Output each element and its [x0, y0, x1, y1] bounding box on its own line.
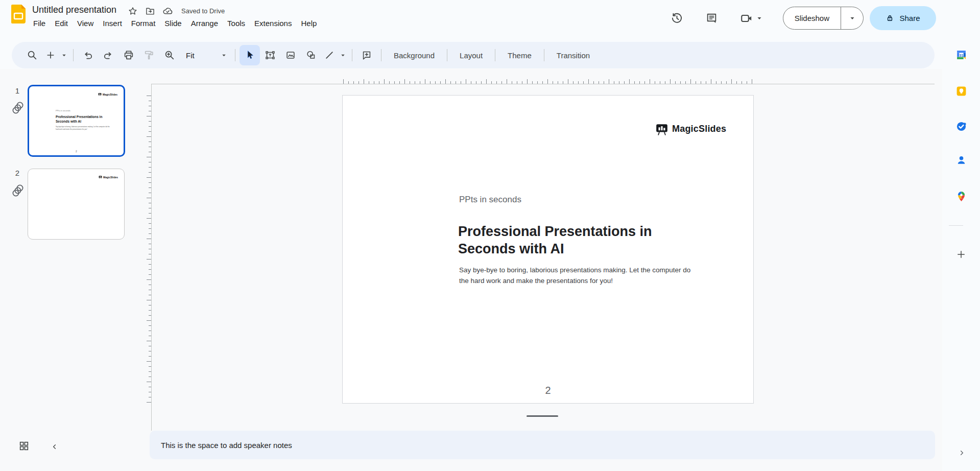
canvas-left-border — [151, 84, 152, 431]
speaker-notes-text: This is the space to add speaker notes — [161, 441, 292, 450]
layout-button[interactable]: Layout — [451, 45, 491, 65]
lock-icon — [886, 14, 894, 22]
slide-title-text[interactable]: Professional Presentations in Seconds wi… — [458, 223, 703, 258]
magicslides-logo-icon — [655, 122, 668, 135]
insert-shape-button[interactable] — [301, 45, 321, 65]
slide-thumbnail-2[interactable]: MagicSlides — [28, 169, 125, 240]
slide-body-text[interactable]: Say bye-bye to boring, laborious present… — [459, 265, 695, 287]
print-button[interactable] — [118, 45, 139, 65]
menu-edit[interactable]: Edit — [50, 17, 73, 29]
toolbar-separator — [69, 49, 78, 61]
google-calendar-icon[interactable]: 31 — [955, 49, 967, 60]
grid-view-button[interactable] — [15, 437, 33, 455]
saved-status[interactable]: Saved to Drive — [181, 7, 225, 15]
zoom-caret-icon — [221, 53, 227, 58]
get-add-ons-button[interactable] — [955, 248, 967, 261]
menu-extensions[interactable]: Extensions — [250, 17, 296, 29]
toolbar-separator — [540, 49, 548, 61]
thumbnail-page-number: 2 — [29, 150, 124, 153]
side-panel-divider — [949, 225, 963, 226]
menu-tools[interactable]: Tools — [223, 17, 250, 29]
move-to-folder-icon[interactable] — [145, 6, 155, 16]
search-menus-icon[interactable] — [22, 45, 42, 65]
google-keep-icon[interactable] — [955, 85, 967, 97]
vertical-ruler-minor-ticks — [149, 96, 151, 404]
thumbnail-title: Professional Presentations in Seconds wi… — [56, 115, 117, 124]
version-history-icon[interactable] — [671, 12, 684, 25]
line-options-caret-icon[interactable] — [338, 53, 348, 58]
toolbar-separator — [491, 49, 499, 61]
slide-1-number: 1 — [9, 86, 26, 95]
star-icon[interactable] — [128, 6, 138, 16]
toolbar: Fit — [12, 42, 935, 68]
horizontal-ruler-minor-ticks — [343, 81, 754, 84]
toolbar-separator — [377, 49, 386, 61]
redo-button[interactable] — [98, 45, 118, 65]
new-slide-caret-icon[interactable] — [59, 53, 69, 58]
svg-text:31: 31 — [959, 53, 963, 57]
menu-view[interactable]: View — [73, 17, 98, 29]
notes-resize-handle[interactable] — [527, 415, 558, 417]
meet-options-caret-icon[interactable] — [756, 15, 762, 21]
collapse-filmstrip-button[interactable] — [47, 439, 61, 454]
slide-2-number: 2 — [9, 169, 26, 177]
cloud-saved-icon[interactable] — [162, 6, 173, 16]
menu-help[interactable]: Help — [296, 17, 321, 29]
zoom-in-icon[interactable] — [159, 45, 180, 65]
menu-slide[interactable]: Slide — [160, 17, 186, 29]
background-button[interactable]: Background — [386, 45, 443, 65]
show-side-panel-button[interactable] — [957, 448, 967, 458]
google-contacts-icon[interactable] — [955, 154, 967, 166]
new-slide-button[interactable] — [42, 45, 59, 65]
text-box-tool-button[interactable] — [260, 45, 280, 65]
menu-bar: File Edit View Insert Format Slide Arran… — [29, 17, 321, 29]
slideshow-options-button[interactable] — [841, 7, 863, 29]
comments-icon[interactable] — [705, 12, 719, 25]
slide-page-number: 2 — [343, 385, 753, 396]
slide-brand-text: MagicSlides — [672, 124, 726, 134]
side-panel-rail: 31 — [942, 0, 980, 471]
thumbnail-brand-logo: MagicSlides — [98, 92, 117, 96]
toolbar-separator — [231, 49, 240, 61]
zoom-value: Fit — [186, 51, 195, 60]
toolbar-separator — [348, 49, 356, 61]
thumbnail-body: Say bye-bye to boring, laborious present… — [56, 126, 113, 130]
slideshow-button-group: Slideshow — [783, 7, 864, 30]
toolbar-separator — [443, 49, 451, 61]
menu-format[interactable]: Format — [127, 17, 160, 29]
slide-brand-logo[interactable]: MagicSlides — [655, 122, 726, 135]
slide-kicker-text[interactable]: PPts in seconds — [459, 195, 521, 205]
speaker-notes-input[interactable]: This is the space to add speaker notes — [150, 431, 935, 459]
google-slides-logo-icon[interactable] — [11, 5, 26, 23]
document-title[interactable]: Untitled presentation — [32, 5, 116, 15]
google-tasks-icon[interactable] — [955, 121, 967, 132]
undo-button[interactable] — [78, 45, 98, 65]
menu-file[interactable]: File — [29, 17, 50, 29]
insert-comment-button[interactable] — [356, 45, 377, 65]
transition-button[interactable]: Transition — [548, 45, 598, 65]
magicslides-logo-icon — [99, 175, 102, 179]
theme-button[interactable]: Theme — [499, 45, 540, 65]
select-tool-button[interactable] — [240, 45, 260, 65]
insert-image-button[interactable] — [280, 45, 301, 65]
share-button[interactable]: Share — [870, 6, 936, 30]
canvas-top-border — [151, 84, 935, 84]
slide-2-animations-icon[interactable] — [11, 184, 25, 198]
slide-thumbnail-1[interactable]: MagicSlides PPts in seconds Professional… — [28, 85, 125, 157]
google-maps-icon[interactable] — [955, 191, 967, 202]
zoom-select[interactable]: Fit — [180, 45, 231, 65]
slide-canvas[interactable]: MagicSlides PPts in seconds Professional… — [342, 95, 754, 404]
share-label: Share — [899, 14, 920, 22]
magicslides-logo-icon — [98, 92, 102, 96]
slide-1-animations-icon[interactable] — [11, 101, 25, 115]
slideshow-button[interactable]: Slideshow — [783, 7, 841, 29]
paint-format-button[interactable] — [139, 45, 159, 65]
insert-line-button[interactable] — [321, 45, 338, 65]
thumbnail-kicker: PPts in seconds — [56, 109, 70, 112]
meet-camera-icon[interactable] — [740, 12, 753, 25]
thumbnail-brand-logo: MagicSlides — [99, 175, 118, 179]
menu-arrange[interactable]: Arrange — [186, 17, 223, 29]
menu-insert[interactable]: Insert — [98, 17, 127, 29]
